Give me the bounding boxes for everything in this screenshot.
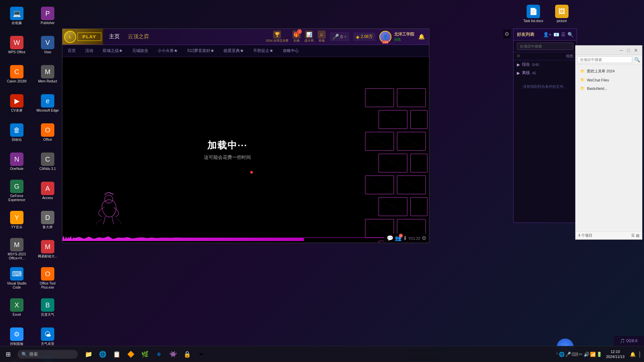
explorer-window: ─ □ ✕ 🔍 📁 图把上其希 2024 📁 WeChat Files 📁 Ba… <box>575 45 642 240</box>
tray-battery-icon[interactable]: 🔋 <box>596 352 602 357</box>
user-profile[interactable]: 👤 124 北洋工学院 在线 <box>379 31 414 43</box>
desktop-icon-yymusic[interactable]: Y YY音乐 <box>2 206 32 234</box>
desktop-icon-publisher[interactable]: P Publisher <box>33 2 63 30</box>
sec-nav-s12[interactable]: S12萝音发好★ <box>185 47 216 55</box>
explorer-item-0[interactable]: 📁 图把上其希 2024 <box>578 67 639 75</box>
game-nav-arena[interactable]: ⚔ 前端 <box>318 31 326 43</box>
filemanager-icon: 📁 <box>85 351 92 358</box>
tray-network-icon[interactable]: 🌐 <box>559 352 565 357</box>
taskbar-app-lock[interactable]: 🔒 <box>180 348 194 361</box>
explorer-item-1[interactable]: 📁 WeChat Files <box>578 76 639 83</box>
tray-keyboard-icon[interactable]: ⌨ <box>572 352 578 357</box>
explorer-minimize-btn[interactable]: ─ <box>618 47 625 54</box>
notification-center-btn[interactable]: 🔔 <box>629 352 637 357</box>
desktop-icon-excel[interactable]: X Excel <box>2 293 32 322</box>
add-friend-btn[interactable]: 👤+ <box>543 32 551 37</box>
explorer-search-btn[interactable]: 🔍 <box>634 57 640 62</box>
game-nav-tournament[interactable]: 🏆 2024 全球总决赛 <box>266 31 288 43</box>
friend-list-btn[interactable]: ☰ <box>561 32 566 37</box>
panel-search-input[interactable] <box>517 43 573 50</box>
wps-icon: W <box>10 36 23 49</box>
panel-section-all[interactable]: ▶ 综合 0/45 <box>517 62 573 67</box>
notifications-area[interactable]: 🎤 0 + <box>330 32 349 41</box>
explorer-item-2[interactable]: 📁 BaiduNetd... <box>578 85 639 92</box>
sec-nav-activity[interactable]: 活动 <box>83 47 95 55</box>
desktop-icon-visio[interactable]: V Visio <box>33 31 63 59</box>
explorer-close-btn[interactable]: ✕ <box>632 47 640 54</box>
grid-view-btn[interactable]: ⊞ <box>517 54 520 59</box>
taskbar-clock[interactable]: 12:10 2024/11/13 <box>603 349 627 359</box>
desktop-icon-cvrecord[interactable]: ▶ CV录屏 <box>2 89 32 118</box>
desktop-icon-candu[interactable]: C CANdu 3.1 <box>33 147 63 176</box>
currency-area[interactable]: ◈ 2.06万 <box>353 33 375 41</box>
game-settings-btn[interactable]: ⚙ <box>503 29 511 39</box>
sec-nav-shuangcheng[interactable]: 双城之战★ <box>101 47 125 55</box>
version-label: V11.22 <box>409 236 420 240</box>
loading-text: 加载中··· <box>204 139 251 152</box>
sec-nav-strategy[interactable]: 攻略中心 <box>281 47 301 55</box>
desktop-icon-wpsoffice[interactable]: W WPS Office <box>2 31 32 59</box>
taskbar-app-game[interactable]: 👾 <box>166 348 180 361</box>
officetool-icon: O <box>41 267 54 281</box>
show-desktop-btn[interactable]: | <box>638 350 641 358</box>
desktop-icon-access[interactable]: A Access <box>33 177 63 205</box>
play-button[interactable]: PLAY <box>77 33 101 41</box>
game-nav-ranking[interactable]: 📊 战斗局 <box>305 31 314 43</box>
recycle-icon-label: 回收站 <box>12 138 22 142</box>
taskbar-app-green[interactable]: 🌿 <box>138 348 152 361</box>
desktop-icon-vscode[interactable]: ⌨ Visual Studio Code <box>2 264 32 293</box>
game-nav-gifts[interactable]: 🎁 ! 礼物 <box>292 31 301 43</box>
taskbar-search-box[interactable]: 🔍 搜索 <box>17 350 78 359</box>
nav-link-main[interactable]: 主页 <box>106 32 122 42</box>
desktop-icon-tasklist[interactable]: 📄 Task list.docx <box>520 3 547 24</box>
explorer-maximize-btn[interactable]: □ <box>625 47 632 54</box>
desktop-icon-163rec[interactable]: B 百度天气 <box>33 293 63 322</box>
taskbar-app-filemanager[interactable]: 📁 <box>82 348 95 361</box>
start-button[interactable]: ⊞ <box>0 346 16 362</box>
tray-pen-icon[interactable]: ✏ <box>579 352 583 357</box>
download-icon[interactable]: ⬇ <box>403 235 407 241</box>
detail-view-btn[interactable]: ▤ <box>636 233 639 238</box>
taskbar-app-browser[interactable]: 🌐 <box>96 348 109 361</box>
desktop-icon-geforce[interactable]: G GeForce Experience <box>2 177 32 205</box>
taskbar-app-edge[interactable]: e <box>152 348 166 361</box>
desktop-icon-163mail[interactable]: M 网易邮箱大... <box>33 235 63 263</box>
nav-link-cloud[interactable]: 云顶之弈 <box>125 32 152 42</box>
desktop-icon-msedge[interactable]: e Microsoft Edge <box>33 89 63 118</box>
tray-sound-icon[interactable]: 🔊 <box>584 352 589 357</box>
list-view-btn[interactable]: ☰ <box>631 233 635 238</box>
sec-nav-yuancheng[interactable]: 元城故垒 <box>130 47 150 55</box>
tray-chevron-icon[interactable]: ^ <box>556 352 558 357</box>
chat-icon[interactable]: 💬 <box>387 235 393 241</box>
tray-wifi-icon[interactable]: 📶 <box>590 352 596 357</box>
taskbar-app-orange[interactable]: 🔶 <box>124 348 138 361</box>
desktop-icon-recycle[interactable]: 🗑 回收站 <box>2 118 32 147</box>
desktop-icon-memreduct[interactable]: M Mem Reduct <box>33 60 63 88</box>
search-friend-btn[interactable]: 🔍 <box>568 32 573 37</box>
explorer-search-input[interactable] <box>578 56 632 63</box>
taskbar: ⊞ 🔍 搜索 📁 🌐 📋 🔶 🌿 e 👾 🔒 ✒ <box>0 346 644 362</box>
tray-mic-icon[interactable]: 🎤 <box>565 352 571 357</box>
cvrecord-icon-label: CV录屏 <box>11 109 22 113</box>
desktop-icon-drivers2[interactable]: D 鲁大师 <box>33 206 63 234</box>
panel-section-offline[interactable]: ▶ 离线 45 <box>517 70 573 76</box>
taskbar-app-pen[interactable]: ✒ <box>195 348 208 361</box>
taskbar-app-todo[interactable]: 📋 <box>110 348 123 361</box>
sec-nav-haoxing[interactable]: 皓星至典★ <box>222 47 246 55</box>
candu-icon: C <box>41 153 54 166</box>
desktop-icon-computer[interactable]: 💻 此电脑 <box>2 2 32 30</box>
bell-icon[interactable]: 🔔 <box>418 34 425 40</box>
invite-btn[interactable]: 📧 <box>553 32 559 37</box>
gifts-badge: ! <box>297 29 302 34</box>
sec-nav-buzheng[interactable]: 不胜征止★ <box>251 47 275 55</box>
desktop-icon-caixin[interactable]: C Caixin 2018II <box>2 60 32 88</box>
publisher-icon-label: Publisher <box>41 21 55 25</box>
sec-nav-home[interactable]: 百页 <box>66 47 78 55</box>
desktop-icon-officetool[interactable]: O Office Tool Plus.exe <box>33 264 63 293</box>
desktop-icon-office[interactable]: O Office <box>33 118 63 147</box>
settings-icon[interactable]: ⚙ <box>422 235 426 241</box>
desktop-icon-msys[interactable]: M MSYS-2023 Office+H... <box>2 235 32 263</box>
sec-nav-xiaohuojiang[interactable]: 小小火将★ <box>156 47 180 55</box>
desktop-icon-onenote[interactable]: N OneNote <box>2 147 32 176</box>
desktop-icon-picture[interactable]: 🖼 picture <box>548 3 575 24</box>
